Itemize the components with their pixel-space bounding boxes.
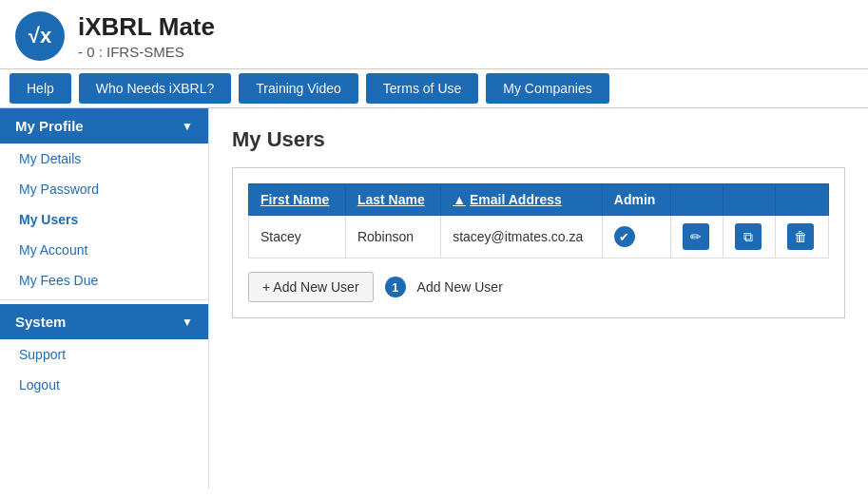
col-action1 bbox=[670, 184, 723, 216]
logo-symbol: √x bbox=[29, 24, 51, 48]
cell-edit[interactable]: ✏ bbox=[670, 216, 723, 259]
nav-my-companies[interactable]: My Companies bbox=[486, 73, 608, 104]
logo: √x bbox=[15, 11, 65, 61]
navbar: Help Who Needs iXBRL? Training Video Ter… bbox=[0, 68, 868, 108]
nav-training-video[interactable]: Training Video bbox=[239, 73, 358, 104]
main-layout: My Profile ▼ My Details My Password My U… bbox=[0, 108, 868, 488]
cell-first-name: Stacey bbox=[249, 216, 346, 259]
sidebar-system-label: System bbox=[15, 314, 66, 330]
nav-terms-of-use[interactable]: Terms of Use bbox=[366, 73, 478, 104]
app-header: √x iXBRL Mate - 0 : IFRS-SMES bbox=[0, 0, 868, 68]
sidebar-profile-header[interactable]: My Profile ▼ bbox=[0, 108, 208, 144]
header-text: iXBRL Mate - 0 : IFRS-SMES bbox=[78, 12, 215, 60]
cell-last-name: Robinson bbox=[345, 216, 440, 259]
app-subtitle: - 0 : IFRS-SMES bbox=[78, 44, 215, 60]
tooltip-text: Add New User bbox=[417, 279, 503, 295]
sidebar-item-support[interactable]: Support bbox=[0, 339, 208, 370]
delete-button[interactable]: 🗑 bbox=[787, 223, 814, 250]
chevron-down-icon-system: ▼ bbox=[182, 316, 193, 329]
cell-email: stacey@itmates.co.za bbox=[441, 216, 603, 259]
add-user-row: + Add New User 1 Add New User bbox=[248, 272, 829, 302]
page-title: My Users bbox=[232, 127, 845, 152]
users-panel: First Name Last Name ▲Email Address Admi… bbox=[232, 167, 845, 318]
nav-who-needs-ixbrl[interactable]: Who Needs iXBRL? bbox=[79, 73, 232, 104]
col-first-name[interactable]: First Name bbox=[249, 184, 346, 216]
sidebar-item-my-account[interactable]: My Account bbox=[0, 235, 208, 265]
col-last-name[interactable]: Last Name bbox=[345, 184, 440, 216]
nav-help[interactable]: Help bbox=[10, 73, 71, 104]
col-action3 bbox=[776, 184, 829, 216]
sidebar-item-logout[interactable]: Logout bbox=[0, 370, 208, 400]
sidebar-item-my-details[interactable]: My Details bbox=[0, 144, 208, 174]
copy-button[interactable]: ⧉ bbox=[735, 223, 762, 250]
app-title: iXBRL Mate bbox=[78, 12, 215, 42]
sidebar-profile-label: My Profile bbox=[15, 118, 84, 134]
sidebar-system-header[interactable]: System ▼ bbox=[0, 304, 208, 339]
sort-arrow-icon: ▲ bbox=[453, 192, 466, 207]
table-row: Stacey Robinson stacey@itmates.co.za ✔ ✏… bbox=[249, 216, 829, 259]
edit-button[interactable]: ✏ bbox=[683, 223, 709, 250]
admin-check-icon: ✔ bbox=[614, 226, 635, 247]
col-admin: Admin bbox=[602, 184, 670, 216]
sidebar-item-my-fees-due[interactable]: My Fees Due bbox=[0, 265, 208, 296]
cell-delete[interactable]: 🗑 bbox=[776, 216, 829, 259]
content-area: My Users First Name Last Name ▲Email Add… bbox=[209, 108, 868, 488]
sidebar-item-my-password[interactable]: My Password bbox=[0, 174, 208, 204]
sidebar-divider bbox=[0, 299, 208, 300]
tooltip-badge: 1 bbox=[385, 277, 406, 297]
chevron-down-icon: ▼ bbox=[182, 120, 193, 133]
sidebar-item-my-users[interactable]: My Users bbox=[0, 204, 208, 235]
col-email[interactable]: ▲Email Address bbox=[441, 184, 603, 216]
cell-copy[interactable]: ⧉ bbox=[723, 216, 776, 259]
add-new-user-button[interactable]: + Add New User bbox=[248, 272, 374, 302]
cell-admin: ✔ bbox=[602, 216, 670, 259]
col-action2 bbox=[723, 184, 776, 216]
users-table: First Name Last Name ▲Email Address Admi… bbox=[248, 183, 829, 259]
sidebar: My Profile ▼ My Details My Password My U… bbox=[0, 108, 209, 488]
